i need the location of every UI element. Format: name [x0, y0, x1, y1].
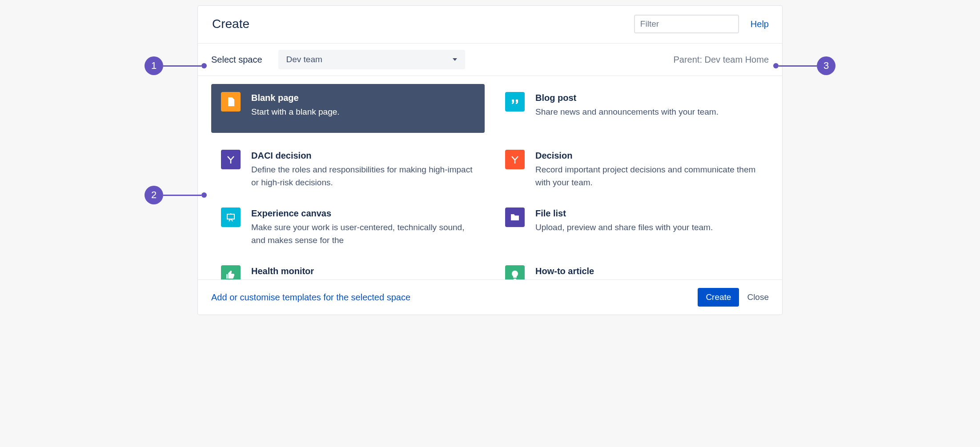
template-text: Blog postShare news and announcements wi…: [535, 92, 759, 119]
callout-dot: [201, 63, 207, 68]
dialog-title: Create: [212, 17, 634, 31]
callout-badge: 2: [145, 186, 163, 204]
svg-rect-0: [227, 214, 234, 219]
template-desc: Provide step-by-step guidance for: [535, 279, 759, 279]
template-title: Blog post: [535, 92, 759, 104]
select-space-bar: Select space Dev team Parent: Dev team H…: [198, 44, 782, 76]
template-title: Health monitor: [251, 265, 475, 277]
template-text: DACI decisionDefine the roles and respon…: [251, 150, 475, 189]
callout-dot: [773, 63, 779, 68]
template-desc: Keep track of your project or team's hea…: [251, 279, 475, 279]
create-button[interactable]: Create: [698, 288, 739, 307]
callout-line: [163, 195, 201, 196]
space-select[interactable]: Dev team: [278, 50, 465, 69]
callout-badge: 3: [817, 56, 835, 75]
template-desc: Record important project decisions and c…: [535, 164, 759, 189]
filter-input[interactable]: [634, 15, 739, 33]
callout-1: 1: [145, 56, 207, 75]
quote-icon: [505, 92, 525, 112]
thumb-up-icon: [221, 265, 241, 279]
close-button[interactable]: Close: [747, 292, 769, 302]
template-text: File listUpload, preview and share files…: [535, 208, 759, 234]
template-item[interactable]: File listUpload, preview and share files…: [495, 200, 769, 248]
template-desc: Start with a blank page.: [251, 106, 475, 119]
template-item[interactable]: How-to articleProvide step-by-step guida…: [495, 257, 769, 279]
template-title: Blank page: [251, 92, 475, 104]
space-select-value: Dev team: [286, 55, 453, 64]
template-desc: Make sure your work is user-centered, te…: [251, 221, 475, 247]
template-title: Experience canvas: [251, 208, 475, 220]
template-title: DACI decision: [251, 150, 475, 162]
dialog-header: Create Help: [198, 6, 782, 44]
page-icon: [221, 92, 241, 112]
fork-icon: [221, 150, 241, 169]
template-item[interactable]: DACI decisionDefine the roles and respon…: [211, 142, 485, 191]
template-text: Experience canvasMake sure your work is …: [251, 208, 475, 247]
template-item[interactable]: Health monitorKeep track of your project…: [211, 257, 485, 279]
callout-line: [779, 65, 817, 67]
template-text: DecisionRecord important project decisio…: [535, 150, 759, 189]
callout-2: 2: [145, 186, 207, 204]
callout-badge: 1: [145, 56, 163, 75]
lightbulb-icon: [505, 265, 525, 279]
select-space-label: Select space: [211, 55, 262, 65]
help-link[interactable]: Help: [751, 19, 769, 29]
template-text: How-to articleProvide step-by-step guida…: [535, 265, 759, 279]
template-title: Decision: [535, 150, 759, 162]
create-dialog: Create Help Select space Dev team Parent…: [197, 5, 783, 315]
template-desc: Share news and announcements with your t…: [535, 106, 759, 119]
folder-icon: [505, 208, 525, 227]
easel-icon: [221, 208, 241, 227]
parent-label: Parent: Dev team Home: [673, 55, 769, 65]
callout-3: 3: [773, 56, 835, 75]
callout-line: [163, 65, 201, 67]
chevron-down-icon: [453, 58, 457, 61]
template-desc: Define the roles and responsibilities fo…: [251, 164, 475, 189]
callout-dot: [201, 192, 207, 198]
template-title: How-to article: [535, 265, 759, 277]
template-list: Blank pageStart with a blank page.Blog p…: [198, 76, 782, 279]
template-item[interactable]: Blank pageStart with a blank page.: [211, 84, 485, 133]
customise-link[interactable]: Add or customise templates for the selec…: [211, 292, 410, 303]
template-item[interactable]: Blog postShare news and announcements wi…: [495, 84, 769, 133]
template-item[interactable]: DecisionRecord important project decisio…: [495, 142, 769, 191]
dialog-footer: Add or customise templates for the selec…: [198, 279, 782, 315]
template-text: Blank pageStart with a blank page.: [251, 92, 475, 119]
template-desc: Upload, preview and share files with you…: [535, 221, 759, 234]
actions: Create Close: [698, 288, 769, 307]
template-title: File list: [535, 208, 759, 220]
template-item[interactable]: Experience canvasMake sure your work is …: [211, 200, 485, 248]
fork-icon: [505, 150, 525, 169]
template-text: Health monitorKeep track of your project…: [251, 265, 475, 279]
